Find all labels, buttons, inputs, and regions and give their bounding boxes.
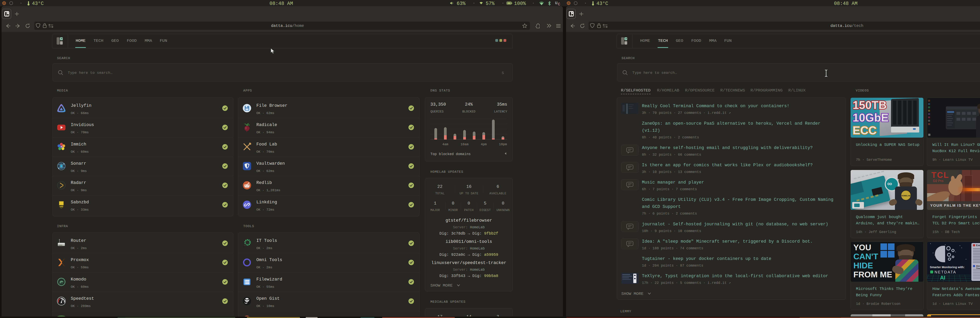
- svg-text:sab: sab: [60, 205, 63, 208]
